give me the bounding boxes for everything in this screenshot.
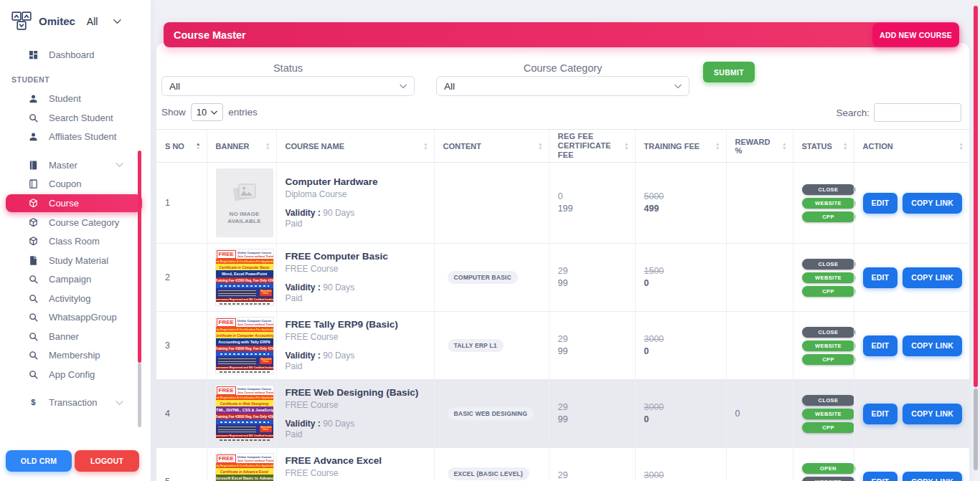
status-filter-select[interactable]: All	[161, 76, 415, 96]
page-title: Course Master	[174, 29, 246, 41]
status-badge-website[interactable]: WEBSITE	[802, 340, 855, 351]
sidebar-item-activitylog[interactable]: Activitylog	[0, 289, 151, 308]
sidebar-item-master[interactable]: Master	[0, 156, 151, 175]
col-header-reg-fee[interactable]: REG FEECERTIFICATE FEE▲▼	[549, 130, 635, 163]
copy-link-button[interactable]: COPY LINK	[903, 267, 962, 288]
status-badge-cpp[interactable]: CPP	[802, 211, 855, 222]
copy-link-button[interactable]: COPY LINK	[903, 193, 962, 214]
col-header-sno[interactable]: S NO▲▼	[156, 130, 207, 163]
sort-icon: ▲▼	[782, 142, 786, 151]
col-header-status[interactable]: STATUS▲▼	[793, 130, 854, 163]
sidebar-item-campaign[interactable]: Campaign	[0, 270, 151, 290]
add-new-course-button[interactable]: ADD NEW COURSE	[872, 23, 959, 47]
sort-icon: ▲▼	[959, 142, 963, 151]
sort-icon: ▲▼	[624, 142, 628, 151]
row-course-cell: FREE Advance Excel FREE Course Validity …	[276, 448, 434, 481]
sidebar-item-banner[interactable]: Banner	[0, 327, 151, 346]
chevron-down-icon	[400, 84, 407, 89]
status-badge-close[interactable]: CLOSE	[802, 184, 855, 195]
old-crm-button[interactable]: OLD CRM	[6, 450, 72, 472]
status-badge-cpp[interactable]: CPP	[802, 354, 855, 365]
certificate-fee: 99	[558, 277, 628, 290]
content-badge: EXCEL (BASIC LEVEL)	[448, 467, 529, 480]
col-header-action[interactable]: ACTION▲▼	[854, 130, 969, 163]
sidebar-item-course[interactable]: Course	[6, 194, 142, 212]
sidebar-item-coupon[interactable]: Coupon	[0, 175, 151, 194]
status-badge-cpp[interactable]: CPP	[802, 422, 855, 433]
sidebar-item-student[interactable]: Student	[0, 90, 151, 109]
status-badge-website[interactable]: WEBSITE	[802, 409, 855, 419]
sidebar-scrollbar-thumb[interactable]	[138, 151, 141, 363]
content-badge: COMPUTER BASIC	[448, 271, 518, 284]
row-training-fee-cell: 3000 0	[635, 312, 726, 380]
edit-button[interactable]: EDIT	[863, 193, 898, 214]
status-filter-label: Status	[161, 62, 415, 74]
table-row: 4 FREEOnline Computer CourseJoin Course …	[156, 380, 969, 448]
page-scrollbar-thumb[interactable]	[974, 6, 978, 387]
page-size-select[interactable]: 10	[191, 103, 223, 121]
sidebar-footer: OLD CRM LOGOUT	[6, 450, 139, 472]
row-content-cell: BASIC WEB DESIGNING	[434, 380, 549, 448]
sidebar-item-affliates-student[interactable]: Affliates Student	[0, 128, 151, 147]
search-icon	[27, 274, 39, 285]
edit-button[interactable]: EDIT	[863, 404, 898, 424]
col-header-banner[interactable]: BANNER▲▼	[207, 130, 276, 163]
chevron-down-icon[interactable]	[113, 19, 121, 24]
course-mode: Paid	[286, 219, 427, 229]
row-banner-cell: NO IMAGE AVAILABLE	[207, 163, 276, 244]
category-filter-select[interactable]: All	[436, 76, 689, 96]
brand-scope-selector[interactable]: All	[87, 16, 98, 27]
sidebar-item-course-category[interactable]: Course Category	[0, 213, 151, 232]
sidebar-item-app-config[interactable]: App Config	[0, 365, 151, 384]
col-header-content[interactable]: CONTENT▲▼	[434, 130, 549, 163]
status-badge-cpp[interactable]: CPP	[802, 286, 855, 297]
status-badge-open[interactable]: OPEN	[802, 463, 855, 474]
logout-button[interactable]: LOGOUT	[75, 450, 139, 472]
row-course-cell: FREE Tally ERP9 (Basic) FREE Course Vali…	[276, 312, 434, 380]
search-input[interactable]	[874, 103, 961, 122]
copy-link-button[interactable]: COPY LINK	[903, 472, 962, 481]
status-badge-website[interactable]: WEBSITE	[802, 477, 855, 481]
edit-button[interactable]: EDIT	[863, 267, 898, 288]
page-size-value: 10	[197, 107, 207, 118]
photo-icon	[231, 181, 258, 204]
row-reward-cell: 0	[726, 380, 793, 448]
row-status-cell: CLOSEWEBSITECPP	[793, 163, 854, 244]
submit-button[interactable]: SUBMIT	[703, 62, 755, 82]
col-header-training-fee[interactable]: TRAINING FEE▲▼	[635, 130, 726, 163]
sidebar-item-dashboard[interactable]: Dashboard	[0, 45, 151, 65]
course-banner: FREEOnline Computer CourseJoin Course wi…	[216, 318, 273, 373]
edit-button[interactable]: EDIT	[863, 472, 898, 481]
row-serial-number: 5	[156, 448, 207, 481]
col-header-reward[interactable]: REWARD %▲▼	[726, 130, 793, 163]
reg-fee: 29	[558, 401, 628, 414]
page-scrollbar-track[interactable]	[974, 389, 978, 470]
sidebar-item-class-room[interactable]: Class Room	[0, 232, 151, 252]
course-title: Computer Hardware	[286, 176, 427, 187]
copy-link-button[interactable]: COPY LINK	[903, 335, 962, 356]
sidebar-item-transaction[interactable]: $ Transaction	[0, 394, 151, 413]
course-title: FREE Web Designing (Basic)	[286, 387, 427, 398]
row-action-cell: EDIT COPY LINK	[854, 244, 969, 312]
col-header-course-name[interactable]: COURSE NAME▲▼	[276, 130, 434, 163]
row-training-fee-cell: 3000 0	[635, 448, 726, 481]
status-badge-close[interactable]: CLOSE	[802, 395, 855, 406]
user-icon	[27, 131, 39, 143]
status-badge-website[interactable]: WEBSITE	[802, 272, 855, 283]
row-serial-number: 3	[156, 312, 207, 380]
sidebar-scrollbar-track[interactable]	[138, 363, 141, 427]
sidebar-nav: Dashboard STUDENT Student Search Student…	[0, 45, 151, 412]
sidebar-item-study-material[interactable]: Study Material	[0, 251, 151, 270]
copy-link-button[interactable]: COPY LINK	[903, 404, 962, 424]
edit-button[interactable]: EDIT	[863, 335, 898, 356]
course-validity: Validity : 90 Days	[286, 419, 427, 429]
sidebar-item-search-student[interactable]: Search Student	[0, 108, 151, 128]
sidebar-item-whatsappgroup[interactable]: WhatsappGroup	[0, 308, 151, 328]
sidebar-item-membership[interactable]: Membership	[0, 346, 151, 366]
course-title: FREE Advance Excel	[286, 455, 427, 466]
row-reg-fee-cell: 29 99	[549, 380, 635, 448]
course-validity: Validity : 90 Days	[286, 282, 427, 293]
status-badge-website[interactable]: WEBSITE	[802, 198, 855, 209]
status-badge-close[interactable]: CLOSE	[802, 327, 855, 338]
status-badge-close[interactable]: CLOSE	[802, 259, 855, 270]
